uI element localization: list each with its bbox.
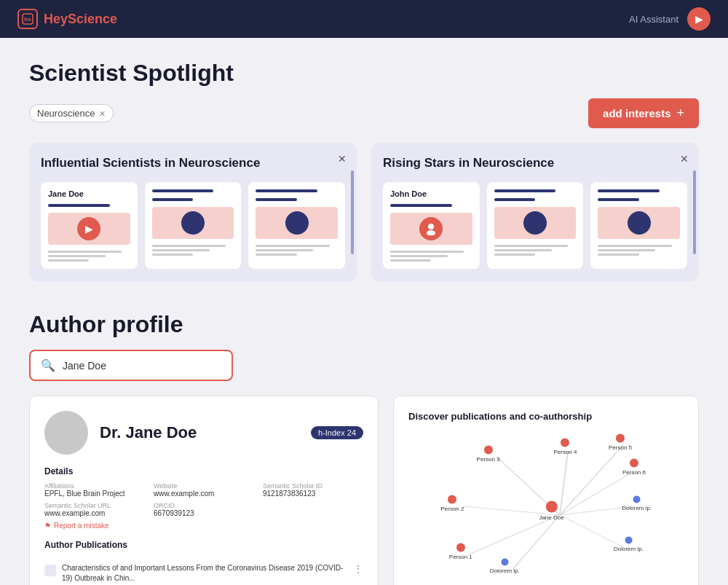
person1-dot [456,543,465,552]
node-label-person2: Person 2 [440,506,464,512]
author-avatar [44,411,88,455]
app-header: hs HeyScience AI Assistant ▶ [0,0,728,38]
svg-line-8 [560,445,623,515]
dolorem3-dot [501,559,508,566]
author-search-input[interactable] [63,360,221,372]
node-jane-doe[interactable]: Jane Doe [539,501,563,521]
add-interests-button[interactable]: add interests + [588,98,699,128]
affiliation-value: EPFL, Blue Brain Project [44,490,145,498]
rising-card-close-icon[interactable]: ✕ [680,153,689,165]
avatar-circle-r3 [628,211,651,235]
publication-item-1[interactable]: Characteristics of and Important Lessons… [44,557,363,585]
add-interests-label: add interests [603,107,670,119]
mini-lines-3 [256,245,338,256]
rising-scientist-card-1[interactable]: John Doe [383,182,480,269]
scroll-indicator-1 [351,170,354,254]
tag-close-icon[interactable]: × [100,109,106,119]
header-right: AI Assistant ▶ [629,7,711,31]
node-person6[interactable]: Person 6 [622,459,646,476]
logo-text: HeyScience [44,12,117,27]
node-dolorem2[interactable]: Dolorem lp. [614,537,644,552]
mini-header-line-r1 [390,204,452,207]
pub-content-1: Characteristics of and Important Lessons… [62,563,347,585]
node-label-dolorem3: Dolorem lp. [490,568,520,574]
rising-scientist-name-1: John Doe [390,189,472,198]
orcid-label: ORCID [154,502,254,509]
mini-header-line-short-r3 [598,198,638,201]
semantic-url-label: Semantic Scholar URL [44,502,145,509]
node-person2[interactable]: Person 2 [440,495,464,512]
semantic-scholar-label: Semantic Scholar ID [263,482,363,490]
node-person4[interactable]: Person 4 [553,439,577,455]
affiliation-label: Affiliations [44,482,145,490]
mini-lines-r3 [598,245,680,256]
mini-avatar-area-2 [152,207,234,239]
mini-avatar-area-1: ▶ [48,213,130,245]
influential-scientists-row: Jane Doe ▶ [41,182,345,269]
mini-line [48,259,89,262]
main-content: Scientist Spotlight Neuroscience × add i… [0,38,728,585]
influential-card-close-icon[interactable]: ✕ [338,153,347,165]
user-avatar[interactable]: ▶ [687,7,711,31]
report-mistake-link[interactable]: ⚑ Report a mistake [44,522,363,530]
mini-line [598,249,655,251]
publications-title: Author Publications [44,540,363,550]
rising-scientist-card-2[interactable] [487,182,584,269]
author-name: Dr. Jane Doe [100,423,197,441]
detail-website: Website www.example.com [154,482,254,498]
mini-line [256,254,296,256]
mini-avatar-area-r2 [494,207,577,239]
mini-line [494,245,568,247]
publications-list: Characteristics of and Important Lessons… [44,557,363,585]
node-label-person4: Person 4 [553,449,577,455]
mini-lines-r1 [390,251,472,262]
mini-line [598,254,638,256]
logo-icon: hs [17,9,38,29]
node-label-jane-doe: Jane Doe [539,514,563,521]
person-avatar-1: ▶ [77,217,100,240]
mini-line [390,259,431,262]
node-label-person5: Person 5 [609,444,632,451]
influential-scientists-card: ✕ Influential Scientists in Neuroscience… [29,143,357,282]
detail-affiliation: Affiliations EPFL, Blue Brain Project [44,482,145,498]
mini-line [48,255,106,257]
neuroscience-tag[interactable]: Neuroscience × [29,104,114,122]
scientist-card-2[interactable] [145,182,242,269]
mini-header-line-r3 [598,189,660,192]
node-dolorem1[interactable]: Dolorem lp. [622,496,652,511]
person4-dot [561,439,569,447]
scientist-name-1: Jane Doe [48,189,130,198]
node-person3[interactable]: Person 3 [477,446,500,463]
node-label-person1: Person 1 [449,554,472,560]
mini-line [494,254,535,256]
mini-line [390,251,464,253]
person5-dot [616,434,625,443]
node-label-person6: Person 6 [622,469,646,476]
mini-lines-2 [152,245,234,256]
logo: hs HeyScience [17,9,117,29]
mini-line [152,245,226,247]
mini-line [152,254,193,256]
pub-more-icon-1[interactable]: ⋮ [353,563,363,575]
scientist-card-1[interactable]: Jane Doe ▶ [41,182,138,269]
rising-scientist-card-3[interactable] [590,182,687,269]
mini-line [152,249,210,251]
author-search-box[interactable]: 🔍 [29,350,233,381]
mini-line [48,251,122,253]
profile-graph-row: Dr. Jane Doe h-Index 24 Details Affiliat… [29,396,699,585]
svg-point-2 [428,224,434,229]
person2-dot [448,495,456,504]
scroll-indicator-2 [693,170,696,254]
detail-semantic-url: Semantic Scholar URL www.example.com [44,502,145,517]
node-person5[interactable]: Person 5 [609,434,632,451]
rising-scientists-row: John Doe [383,182,687,269]
report-icon: ⚑ [44,522,51,530]
semantic-url-value: www.example.com [44,509,145,517]
scientist-card-3[interactable] [248,182,345,269]
detail-orcid: ORCID 6670939123 [154,502,254,517]
mini-header-line-short-r2 [494,198,535,201]
spotlight-title: Scientist Spotlight [29,60,699,87]
node-dolorem3[interactable]: Dolorem lp. [490,559,520,574]
pub-icon-1 [44,565,56,576]
node-person1[interactable]: Person 1 [449,543,472,560]
